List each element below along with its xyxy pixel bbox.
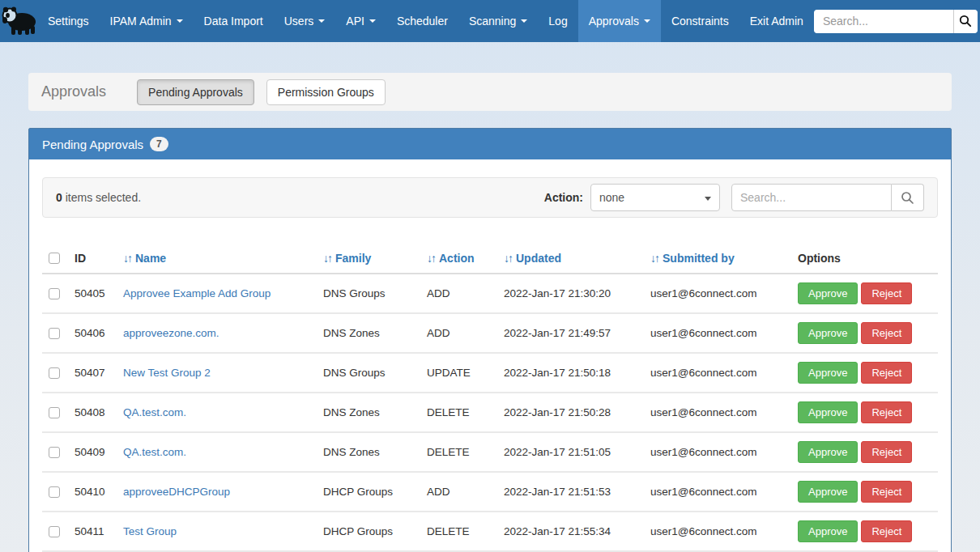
approve-button[interactable]: Approve xyxy=(798,401,858,423)
panel-header: Pending Approvals 7 xyxy=(29,129,951,159)
nav-item-exit-admin[interactable]: Exit Admin xyxy=(739,0,814,42)
nav-item-data-import[interactable]: Data Import xyxy=(194,0,274,42)
pending-approvals-table: ID ↓↑Name ↓↑Family ↓↑Action ↓↑Updated ↓↑… xyxy=(42,245,938,552)
tab-pending-approvals[interactable]: Pending Approvals xyxy=(137,79,254,105)
cell-id: 50409 xyxy=(68,432,117,472)
chevron-down-icon xyxy=(644,19,650,23)
approval-name-link[interactable]: Test Group xyxy=(123,525,177,537)
reject-button[interactable]: Reject xyxy=(861,322,912,344)
approve-button[interactable]: Approve xyxy=(798,362,858,384)
approval-name-link[interactable]: QA.test.com. xyxy=(123,406,186,418)
approval-name-link[interactable]: New Test Group 2 xyxy=(123,367,211,379)
reject-button[interactable]: Reject xyxy=(861,520,912,542)
row-checkbox[interactable] xyxy=(49,447,60,458)
cell-updated: 2022-Jan-17 21:55:34 xyxy=(497,512,644,551)
cell-id: 50407 xyxy=(68,353,117,393)
column-header-name[interactable]: ↓↑Name xyxy=(117,245,317,274)
approve-button[interactable]: Approve xyxy=(798,282,858,304)
approve-button[interactable]: Approve xyxy=(798,441,858,463)
cell-action: ADD xyxy=(420,472,497,512)
action-select-value: none xyxy=(599,191,624,204)
cell-submitted-by: user1@6connect.com xyxy=(644,353,791,393)
panel-title: Pending Approvals xyxy=(42,138,143,151)
row-checkbox[interactable] xyxy=(49,288,60,299)
cell-family: DNS Groups xyxy=(317,353,420,393)
action-select[interactable]: none xyxy=(590,184,720,211)
nav-item-ipam-admin[interactable]: IPAM Admin xyxy=(100,0,194,42)
approve-button[interactable]: Approve xyxy=(798,520,858,542)
column-header-action[interactable]: ↓↑Action xyxy=(420,245,497,274)
table-search-input[interactable] xyxy=(731,184,892,211)
nav-item-approvals[interactable]: Approvals xyxy=(578,0,661,42)
bulk-action-toolbar: 0 items selected. Action: none xyxy=(42,177,938,218)
table-search xyxy=(731,184,924,211)
page-title: Approvals xyxy=(41,83,106,100)
cell-submitted-by: user1@6connect.com xyxy=(644,432,791,472)
table-row: 50408 QA.test.com. DNS Zones DELETE 2022… xyxy=(42,393,938,432)
column-header-submitted-by[interactable]: ↓↑Submitted by xyxy=(644,245,791,274)
page-tabs-bar: Approvals Pending Approvals Permission G… xyxy=(28,73,952,111)
reject-button[interactable]: Reject xyxy=(861,362,912,384)
row-checkbox[interactable] xyxy=(49,367,60,379)
pending-approvals-panel: Pending Approvals 7 0 items selected. Ac… xyxy=(28,128,952,552)
global-search xyxy=(814,10,978,33)
row-checkbox[interactable] xyxy=(49,526,60,537)
global-search-button[interactable] xyxy=(953,10,978,33)
cell-updated: 2022-Jan-17 21:49:57 xyxy=(497,313,644,353)
column-header-options: Options xyxy=(791,245,938,274)
table-search-button[interactable] xyxy=(892,184,924,211)
nav-item-scanning[interactable]: Scanning xyxy=(458,0,538,42)
approval-name-link[interactable]: approveeDHCPGroup xyxy=(123,486,230,498)
cell-action: DELETE xyxy=(420,432,497,472)
reject-button[interactable]: Reject xyxy=(861,441,912,463)
tab-permission-groups[interactable]: Permission Groups xyxy=(266,79,386,105)
column-header-id: ID xyxy=(68,245,117,274)
select-all-checkbox[interactable] xyxy=(49,253,60,264)
panda-logo[interactable] xyxy=(0,0,37,42)
cell-updated: 2022-Jan-17 21:50:28 xyxy=(497,393,644,432)
chevron-down-icon xyxy=(369,19,376,23)
reject-button[interactable]: Reject xyxy=(861,282,912,304)
selected-items-status: 0 items selected. xyxy=(56,191,141,204)
reject-button[interactable]: Reject xyxy=(861,481,912,503)
row-checkbox[interactable] xyxy=(49,407,60,418)
nav-item-api[interactable]: API xyxy=(335,0,386,42)
approval-name-link[interactable]: Approvee Example Add Group xyxy=(123,287,271,299)
cell-action: DELETE xyxy=(420,393,497,432)
nav-item-constraints[interactable]: Constraints xyxy=(661,0,739,42)
cell-id: 50410 xyxy=(68,472,117,512)
toolbar-right: Action: none xyxy=(544,184,924,211)
reject-button[interactable]: Reject xyxy=(861,401,912,423)
nav-item-scheduler[interactable]: Scheduler xyxy=(386,0,458,42)
cell-action: ADD xyxy=(420,274,497,313)
table-row: 50410 approveeDHCPGroup DHCP Groups ADD … xyxy=(42,472,938,512)
sort-icon: ↓↑ xyxy=(650,252,658,265)
cell-family: DNS Zones xyxy=(317,393,420,432)
global-search-input[interactable] xyxy=(814,10,953,33)
cell-family: DHCP Groups xyxy=(317,472,420,512)
row-checkbox[interactable] xyxy=(49,328,60,339)
search-icon xyxy=(959,15,972,28)
cell-id: 50406 xyxy=(68,313,117,353)
cell-submitted-by: user1@6connect.com xyxy=(644,313,791,353)
search-icon xyxy=(901,191,914,205)
cell-submitted-by: user1@6connect.com xyxy=(644,274,791,313)
sort-icon: ↓↑ xyxy=(323,252,331,265)
approval-name-link[interactable]: approveezone.com. xyxy=(123,327,219,339)
top-navbar: Settings IPAM Admin Data Import Users AP… xyxy=(0,0,980,42)
cell-submitted-by: user1@6connect.com xyxy=(644,512,791,551)
approval-name-link[interactable]: QA.test.com. xyxy=(123,446,186,458)
table-row: 50411 Test Group DHCP Groups DELETE 2022… xyxy=(42,512,938,551)
approve-button[interactable]: Approve xyxy=(798,322,858,344)
nav-item-users[interactable]: Users xyxy=(274,0,336,42)
cell-family: DNS Groups xyxy=(317,274,420,313)
column-header-family[interactable]: ↓↑Family xyxy=(317,245,420,274)
column-header-updated[interactable]: ↓↑Updated xyxy=(497,245,644,274)
nav-item-log[interactable]: Log xyxy=(538,0,577,42)
sort-icon: ↓↑ xyxy=(504,252,512,265)
row-checkbox[interactable] xyxy=(49,486,60,498)
cell-submitted-by: user1@6connect.com xyxy=(644,393,791,432)
approve-button[interactable]: Approve xyxy=(798,481,858,503)
nav-item-settings[interactable]: Settings xyxy=(37,0,100,42)
table-row: 50405 Approvee Example Add Group DNS Gro… xyxy=(42,274,938,313)
